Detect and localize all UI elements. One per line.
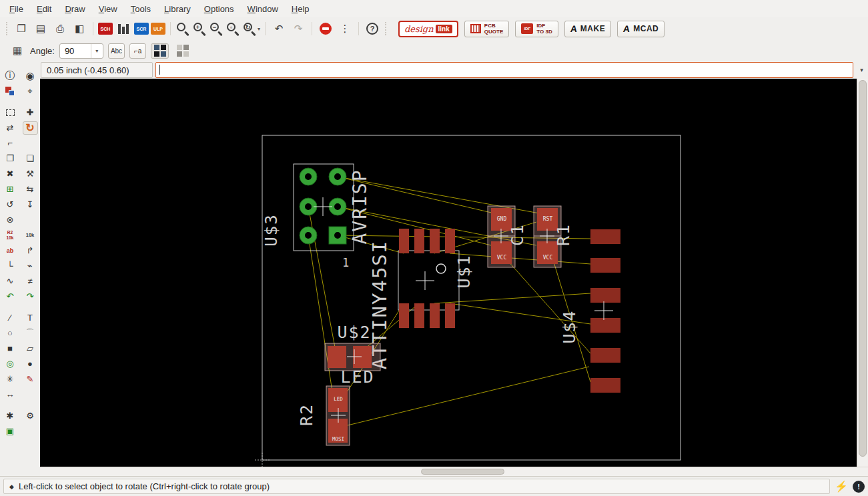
via-icon[interactable]: ◎ — [3, 357, 18, 371]
chevron-down-icon[interactable]: ▾ — [855, 62, 868, 78]
open-icon[interactable]: ❐ — [13, 20, 30, 37]
menu-tools[interactable]: Tools — [124, 1, 157, 17]
component-r1-resistor[interactable]: RST VCC R1 — [534, 206, 573, 267]
paste-icon[interactable]: ❏ — [23, 152, 38, 165]
component-r2-resistor[interactable]: LED MOSI R2 — [297, 386, 350, 445]
design-link-button[interactable]: design link — [398, 21, 458, 37]
split-icon[interactable]: ≠ — [23, 275, 38, 288]
wire-bend-icon[interactable]: ⌐ — [3, 137, 18, 150]
zoom-fit-icon[interactable] — [175, 21, 190, 37]
script-icon[interactable]: SCR — [134, 23, 149, 35]
hole-icon[interactable]: ● — [23, 357, 38, 371]
pcb-quote-button[interactable]: PCB QUOTE — [464, 21, 509, 37]
horizontal-scrollbar[interactable] — [40, 467, 868, 476]
make-button[interactable]: A MAKE — [564, 21, 611, 37]
angle-combobox[interactable]: 90 ▾ — [59, 43, 103, 59]
ulp-icon[interactable]: ULP — [151, 23, 165, 35]
lock-arrow-icon[interactable]: ↧ — [23, 198, 38, 211]
meander-icon[interactable]: ∿ — [3, 275, 18, 288]
mirror-icon[interactable]: ⇄ — [3, 121, 18, 135]
alert-status-icon[interactable]: ! — [853, 481, 865, 493]
menu-options[interactable]: Options — [197, 1, 241, 17]
pinswap-icon[interactable]: ⇆ — [23, 183, 38, 196]
smash-icon[interactable]: R210k — [3, 229, 18, 242]
cam-processor-icon[interactable]: ◧ — [71, 20, 88, 37]
replace-icon[interactable]: ↺ — [3, 198, 18, 211]
more-options-icon[interactable]: ⋮ — [336, 20, 354, 37]
save-icon[interactable]: ▤ — [32, 20, 49, 37]
rotate-icon[interactable]: ↻ — [23, 121, 38, 135]
display-mode-button-2[interactable] — [173, 43, 191, 59]
optimize-icon[interactable]: ↱ — [23, 244, 38, 257]
menu-library[interactable]: Library — [157, 1, 197, 17]
change-icon[interactable]: ⚒ — [23, 167, 38, 181]
add-part-icon[interactable]: ⊞ — [3, 183, 18, 196]
component-u1-attiny[interactable]: ATTINY45SI U$1 — [368, 229, 474, 369]
delete-icon[interactable]: ✖ — [3, 167, 18, 181]
menu-view[interactable]: View — [92, 1, 124, 17]
mirror-text-button[interactable]: ⌐a — [129, 43, 146, 59]
board-canvas[interactable]: U$3 AVRISP 1 — [40, 79, 868, 467]
ripup-icon[interactable]: ⌁ — [23, 259, 38, 273]
info-icon[interactable]: ⓘ — [3, 69, 18, 83]
eye-icon[interactable]: ◉ — [23, 69, 38, 83]
grid-icon[interactable]: ▦ — [9, 43, 25, 58]
help-icon[interactable]: ? — [364, 20, 381, 37]
lock-icon[interactable]: ⊗ — [3, 213, 18, 227]
add-text-button[interactable]: Abc — [108, 43, 125, 59]
undo-icon[interactable]: ↶ — [270, 20, 288, 37]
menu-window[interactable]: Window — [241, 1, 285, 17]
arc-icon[interactable]: ⌒ — [23, 327, 38, 340]
toolbar-drag-handle[interactable] — [6, 22, 9, 35]
curve-right-icon[interactable]: ↷ — [23, 290, 38, 303]
errors-icon[interactable]: ▣ — [3, 425, 18, 438]
zoom-redraw-icon[interactable]: ↻ — [242, 21, 257, 37]
copy-icon[interactable]: ❐ — [3, 152, 18, 165]
lightning-status-icon[interactable]: ⚡ — [835, 481, 848, 492]
component-c1-capacitor[interactable]: GND VCC C1 — [488, 206, 527, 267]
chevron-down-icon[interactable]: ▾ — [258, 26, 260, 32]
mark-icon[interactable]: ⌖ — [23, 85, 38, 98]
board-icon[interactable] — [115, 20, 132, 37]
component-u3-header[interactable]: U$3 AVRISP 1 — [262, 164, 371, 269]
command-input[interactable] — [155, 62, 853, 78]
name-icon[interactable]: ab — [3, 244, 18, 257]
route-icon[interactable]: └ — [3, 259, 18, 273]
smd-pads[interactable] — [399, 229, 455, 328]
drc-icon[interactable]: ⚙ — [23, 409, 38, 423]
width-icon[interactable]: ↔ — [3, 388, 18, 401]
chevron-down-icon[interactable]: ▾ — [91, 44, 103, 58]
rect-icon[interactable]: ■ — [3, 342, 18, 355]
wire-icon[interactable]: ∕ — [3, 311, 18, 325]
menu-draw[interactable]: Draw — [58, 1, 91, 17]
stop-icon[interactable] — [317, 20, 334, 37]
component-u4-connector[interactable]: U$4 — [560, 229, 620, 393]
toolbar-drag-handle[interactable] — [385, 22, 388, 35]
menu-help[interactable]: Help — [285, 1, 316, 17]
vertical-scrollbar[interactable] — [857, 79, 868, 467]
text-icon[interactable]: T — [23, 311, 38, 325]
menu-edit[interactable]: Edit — [30, 1, 58, 17]
mcad-button[interactable]: A MCAD — [617, 21, 665, 37]
idf-to-3d-button[interactable]: IDF IDF TO 3D — [515, 21, 558, 37]
polygon-icon[interactable]: ▱ — [23, 342, 38, 355]
ratsnest-icon[interactable]: ✳ — [3, 373, 18, 386]
display-layers-icon[interactable] — [3, 85, 18, 98]
curve-left-icon[interactable]: ↶ — [3, 290, 18, 303]
zoom-select-icon[interactable]: ▫ — [226, 21, 240, 37]
zoom-in-icon[interactable]: + — [192, 21, 207, 37]
vertical-scrollbar-thumb[interactable] — [859, 80, 867, 457]
autorouter-icon[interactable]: ✱ — [3, 409, 18, 423]
value-icon[interactable]: 10k — [23, 229, 38, 242]
group-select-icon[interactable] — [3, 106, 18, 119]
signal-icon[interactable]: ✎ — [23, 373, 38, 386]
print-icon[interactable]: ⎙ — [51, 20, 69, 37]
circle-icon[interactable]: ○ — [3, 327, 18, 340]
horizontal-scrollbar-thumb[interactable] — [421, 469, 504, 475]
redo-icon[interactable]: ↷ — [290, 20, 307, 37]
menu-file[interactable]: File — [3, 1, 30, 17]
move-icon[interactable]: ✚ — [23, 106, 38, 119]
zoom-out-icon[interactable]: − — [209, 21, 224, 37]
schematic-icon[interactable]: SCH — [98, 23, 113, 35]
display-mode-button-1[interactable] — [151, 43, 169, 59]
